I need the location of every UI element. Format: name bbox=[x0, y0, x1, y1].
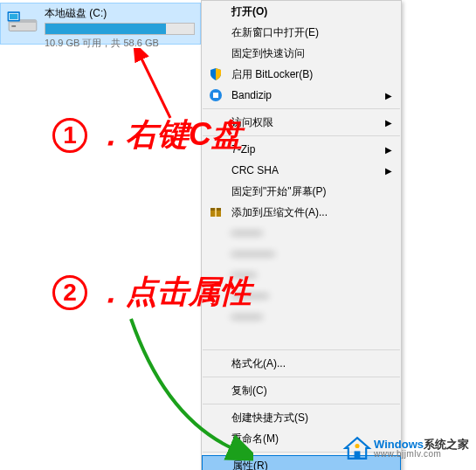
drive-icon bbox=[6, 6, 39, 39]
menu-add-compress[interactable]: 添加到压缩文件(A)... bbox=[202, 202, 401, 223]
menu-bandizip[interactable]: Bandizip ▶ bbox=[202, 85, 401, 106]
menu-open[interactable]: 打开(O) bbox=[202, 1, 401, 22]
drive-c-item[interactable]: 本地磁盘 (C:) 10.9 GB 可用，共 58.6 GB bbox=[0, 3, 201, 45]
drive-label: 本地磁盘 (C:) bbox=[45, 6, 195, 21]
drive-info: 本地磁盘 (C:) 10.9 GB 可用，共 58.6 GB bbox=[45, 6, 195, 50]
annotation-text-1: ．右键C盘 bbox=[94, 114, 243, 156]
menu-pin-quick-access[interactable]: 固定到快速访问 bbox=[202, 43, 401, 64]
svg-rect-11 bbox=[355, 451, 361, 459]
menu-pin-start[interactable]: 固定到"开始"屏幕(P) bbox=[202, 181, 401, 202]
bandizip-icon bbox=[209, 88, 223, 102]
watermark-url: www.bjjmlv.com bbox=[374, 450, 469, 459]
annotation-step-1: 1 ．右键C盘 bbox=[52, 114, 243, 156]
svg-line-6 bbox=[140, 55, 170, 118]
shield-icon bbox=[209, 67, 223, 81]
menu-blurred-item: ━━━━━━━ bbox=[202, 244, 401, 265]
menu-crc-sha[interactable]: CRC SHA ▶ bbox=[202, 160, 401, 181]
menu-blurred-item: ━━━━━ bbox=[202, 223, 401, 244]
svg-rect-10 bbox=[215, 208, 217, 217]
drive-usage-bar bbox=[45, 23, 195, 35]
menu-bitlocker[interactable]: 启用 BitLocker(B) bbox=[202, 64, 401, 85]
chevron-right-icon: ▶ bbox=[385, 166, 392, 176]
menu-separator bbox=[203, 108, 400, 109]
annotation-arrow-2 bbox=[114, 314, 253, 463]
watermark: Windows系统之家 www.bjjmlv.com bbox=[342, 433, 469, 463]
chevron-right-icon: ▶ bbox=[385, 91, 392, 100]
watermark-brand: Windows系统之家 bbox=[374, 439, 469, 450]
chevron-right-icon: ▶ bbox=[385, 145, 392, 155]
svg-rect-5 bbox=[10, 14, 17, 19]
chevron-right-icon: ▶ bbox=[385, 118, 392, 128]
drive-usage-fill bbox=[45, 24, 166, 34]
svg-point-12 bbox=[355, 444, 360, 448]
menu-open-new-window[interactable]: 在新窗口中打开(E) bbox=[202, 22, 401, 43]
archive-icon bbox=[209, 205, 223, 219]
annotation-text-2: ．点击属性 bbox=[94, 271, 252, 314]
annotation-step-2: 2 ．点击属性 bbox=[52, 271, 252, 314]
house-icon bbox=[342, 433, 372, 463]
annotation-number-1: 1 bbox=[52, 118, 87, 153]
svg-rect-2 bbox=[11, 25, 16, 27]
annotation-number-2: 2 bbox=[52, 275, 87, 310]
